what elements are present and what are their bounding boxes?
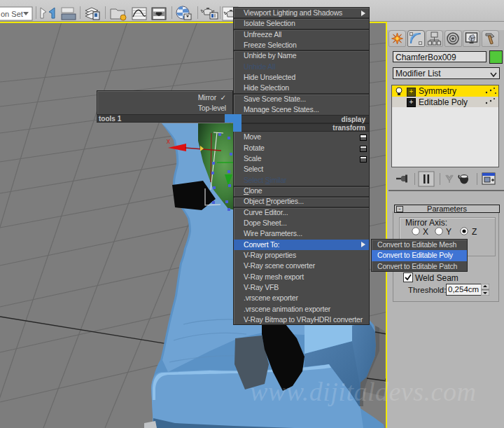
svg-text:x: x xyxy=(167,137,170,145)
svg-text:on Set: on Set xyxy=(1,10,23,18)
